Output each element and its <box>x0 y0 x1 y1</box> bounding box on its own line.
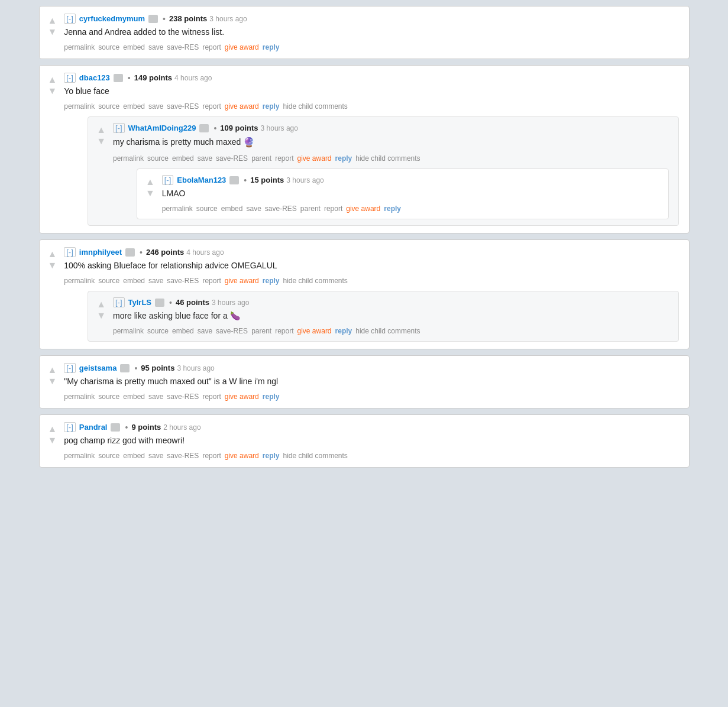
username[interactable]: dbac123 <box>79 73 110 82</box>
permalink-link[interactable]: permalink <box>113 154 144 163</box>
permalink-link[interactable]: permalink <box>64 393 95 401</box>
report-link[interactable]: report <box>275 327 293 335</box>
source-link[interactable]: source <box>98 277 119 285</box>
permalink-link[interactable]: permalink <box>113 327 144 335</box>
embed-link[interactable]: embed <box>172 327 194 335</box>
reply-link[interactable]: reply <box>384 205 401 213</box>
save-link[interactable]: save <box>148 277 163 285</box>
reply-link[interactable]: reply <box>263 43 280 51</box>
collapse-button[interactable]: [-] <box>113 297 125 307</box>
reply-link[interactable]: reply <box>263 452 280 460</box>
embed-link[interactable]: embed <box>123 277 145 285</box>
save-link[interactable]: save <box>148 452 163 460</box>
collapse-button[interactable]: [-] <box>113 123 125 133</box>
source-link[interactable]: source <box>147 154 169 163</box>
username[interactable]: EbolaMan123 <box>177 176 226 184</box>
collapse-button[interactable]: [-] <box>64 73 76 83</box>
reply-link[interactable]: reply <box>263 393 280 401</box>
downvote-arrow[interactable]: ▼ <box>48 434 57 446</box>
downvote-arrow[interactable]: ▼ <box>48 85 57 96</box>
report-link[interactable]: report <box>275 154 293 163</box>
give-award-link[interactable]: give award <box>225 277 259 285</box>
report-link[interactable]: report <box>202 43 221 51</box>
username[interactable]: WhatAmIDoing229 <box>128 124 196 132</box>
hide-child-link[interactable]: hide child comments <box>355 154 420 163</box>
give-award-link[interactable]: give award <box>225 43 259 51</box>
save-link[interactable]: save <box>246 205 261 213</box>
downvote-arrow[interactable]: ▼ <box>96 310 106 321</box>
give-award-link[interactable]: give award <box>297 327 332 335</box>
hide-child-link[interactable]: hide child comments <box>283 277 347 285</box>
downvote-arrow[interactable]: ▼ <box>145 187 155 199</box>
embed-link[interactable]: embed <box>172 154 194 163</box>
source-link[interactable]: source <box>98 393 119 401</box>
collapse-button[interactable]: [-] <box>64 14 76 24</box>
save-link[interactable]: save <box>198 327 212 335</box>
downvote-arrow[interactable]: ▼ <box>48 260 57 271</box>
upvote-arrow[interactable]: ▲ <box>48 15 57 26</box>
give-award-link[interactable]: give award <box>346 205 380 213</box>
hide-child-link[interactable]: hide child comments <box>283 102 347 111</box>
parent-link[interactable]: parent <box>300 205 321 213</box>
collapse-button[interactable]: [-] <box>64 422 76 432</box>
source-link[interactable]: source <box>98 102 119 111</box>
save-res-link[interactable]: save-RES <box>265 205 297 213</box>
collapse-button[interactable]: [-] <box>64 363 76 373</box>
parent-link[interactable]: parent <box>251 327 271 335</box>
save-res-link[interactable]: save-RES <box>167 43 199 51</box>
upvote-arrow[interactable]: ▲ <box>96 124 106 135</box>
embed-link[interactable]: embed <box>123 393 145 401</box>
upvote-arrow[interactable]: ▲ <box>48 423 57 434</box>
upvote-arrow[interactable]: ▲ <box>48 364 57 375</box>
save-res-link[interactable]: save-RES <box>216 154 248 163</box>
upvote-arrow[interactable]: ▲ <box>145 176 155 187</box>
collapse-button[interactable]: [-] <box>162 175 174 185</box>
username[interactable]: imnphilyeet <box>79 248 122 257</box>
save-link[interactable]: save <box>148 43 163 51</box>
embed-link[interactable]: embed <box>123 102 145 111</box>
permalink-link[interactable]: permalink <box>64 43 95 51</box>
hide-child-link[interactable]: hide child comments <box>355 327 420 335</box>
collapse-button[interactable]: [-] <box>64 247 76 257</box>
save-link[interactable]: save <box>198 154 212 163</box>
upvote-arrow[interactable]: ▲ <box>48 74 57 85</box>
username[interactable]: Pandral <box>79 423 108 432</box>
save-res-link[interactable]: save-RES <box>167 452 199 460</box>
username[interactable]: TylrLS <box>128 298 152 307</box>
permalink-link[interactable]: permalink <box>162 205 193 213</box>
username[interactable]: cyrfuckedmymum <box>79 14 145 23</box>
report-link[interactable]: report <box>324 205 342 213</box>
embed-link[interactable]: embed <box>123 43 145 51</box>
username[interactable]: geistsama <box>79 364 117 372</box>
source-link[interactable]: source <box>98 452 119 460</box>
source-link[interactable]: source <box>98 43 119 51</box>
embed-link[interactable]: embed <box>221 205 243 213</box>
reply-link[interactable]: reply <box>335 154 352 163</box>
give-award-link[interactable]: give award <box>225 452 259 460</box>
report-link[interactable]: report <box>202 277 221 285</box>
save-res-link[interactable]: save-RES <box>167 277 199 285</box>
permalink-link[interactable]: permalink <box>64 277 95 285</box>
report-link[interactable]: report <box>202 102 221 111</box>
permalink-link[interactable]: permalink <box>64 102 95 111</box>
downvote-arrow[interactable]: ▼ <box>48 26 57 37</box>
downvote-arrow[interactable]: ▼ <box>96 135 106 147</box>
source-link[interactable]: source <box>196 205 218 213</box>
give-award-link[interactable]: give award <box>297 154 332 163</box>
give-award-link[interactable]: give award <box>225 102 259 111</box>
reply-link[interactable]: reply <box>335 327 352 335</box>
upvote-arrow[interactable]: ▲ <box>48 248 57 260</box>
save-link[interactable]: save <box>148 393 163 401</box>
reply-link[interactable]: reply <box>263 102 280 111</box>
save-res-link[interactable]: save-RES <box>216 327 248 335</box>
embed-link[interactable]: embed <box>123 452 145 460</box>
save-link[interactable]: save <box>148 102 163 111</box>
source-link[interactable]: source <box>147 327 169 335</box>
report-link[interactable]: report <box>202 393 221 401</box>
parent-link[interactable]: parent <box>251 154 271 163</box>
downvote-arrow[interactable]: ▼ <box>48 375 57 387</box>
hide-child-link[interactable]: hide child comments <box>283 452 347 460</box>
save-res-link[interactable]: save-RES <box>167 102 199 111</box>
save-res-link[interactable]: save-RES <box>167 393 199 401</box>
permalink-link[interactable]: permalink <box>64 452 95 460</box>
